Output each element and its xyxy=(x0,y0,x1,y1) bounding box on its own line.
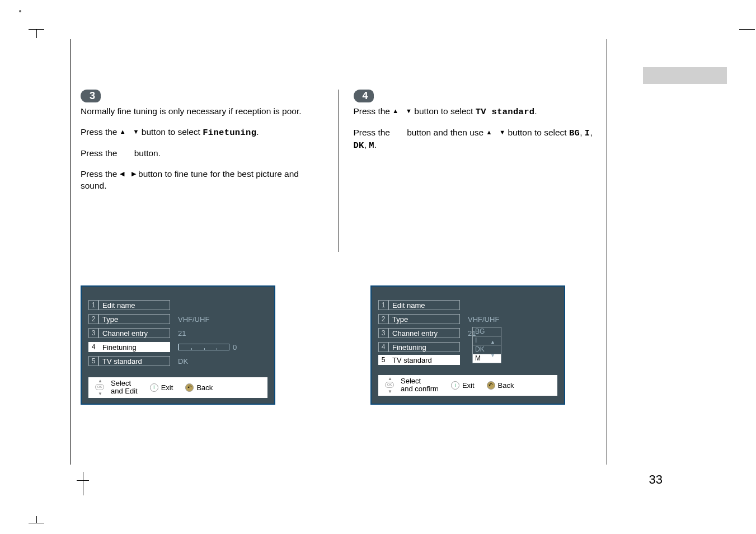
info-icon: i xyxy=(150,383,158,392)
tv-standard-options: BG I DK M xyxy=(472,327,501,363)
osd-item-edit-name: 1 Edit name xyxy=(88,299,267,311)
info-icon: i xyxy=(451,381,459,390)
step-3-text: Normally fine tuning is only necessary i… xyxy=(81,106,324,192)
osd-footer: ▲▼OK Select and Edit iExit ↶Back xyxy=(88,377,267,398)
triangle-down-icon: ▼ xyxy=(499,128,505,137)
triangle-up-icon: ▲ xyxy=(486,128,492,137)
osd-item-channel-entry: 3 Channel entry 21 xyxy=(378,327,557,339)
step-badge-4: 4 xyxy=(354,90,374,102)
nav-pad-icon: ▲▼OK xyxy=(92,380,107,395)
step-badge-3: 3 xyxy=(81,90,101,102)
osd-spacer xyxy=(304,285,341,405)
footer-select-label: Select and Edit xyxy=(111,380,138,396)
nav-pad-icon: ▲▼OK xyxy=(382,377,397,393)
triangle-up-icon: ▲ xyxy=(490,339,495,345)
gutter-mark xyxy=(83,472,83,495)
step-3-column: 3 Normally fine tuning is only necessary… xyxy=(81,90,339,252)
osd-item-tv-standard: 5 TV standard BG I DK M xyxy=(378,355,557,365)
triangle-down-icon: ▼ xyxy=(133,128,139,136)
step-4-line-2: Press the button and then use ▲ ▼ button… xyxy=(354,127,597,152)
osd-item-edit-name: 1 Edit name xyxy=(378,299,557,311)
osd-row: 1 Edit name 2 Type VHF/UHF 3 Channel ent… xyxy=(71,285,607,405)
footer-exit: iExit xyxy=(451,381,475,390)
osd-item-finetuning: 4 Finetuning 0 xyxy=(88,341,267,353)
footer-back: ↶Back xyxy=(185,383,213,392)
osd-item-tv-standard: 5 TV standard DK xyxy=(88,355,267,367)
triangle-up-icon: ▲ xyxy=(120,128,126,136)
step-3-line-3: Press the button. xyxy=(81,148,324,160)
crop-mark xyxy=(29,516,44,532)
osd-item-type: 2 Type VHF/UHF xyxy=(378,313,557,325)
footer-exit: iExit xyxy=(150,383,173,392)
osd-finetuning: 1 Edit name 2 Type VHF/UHF 3 Channel ent… xyxy=(81,285,275,405)
step-4-column: 4 Press the ▲ ▼ button to select TV stan… xyxy=(339,90,597,252)
osd-item-finetuning: 4 Finetuning xyxy=(378,341,557,353)
registration-dot xyxy=(19,10,21,12)
osd-item-type: 2 Type VHF/UHF xyxy=(88,313,267,325)
triangle-left-icon: ◀ xyxy=(120,170,124,178)
instruction-columns: 3 Normally fine tuning is only necessary… xyxy=(71,39,607,252)
step-3-line-4: Press the ◀ ▶ button to fine tune for th… xyxy=(81,168,324,192)
crop-mark xyxy=(739,22,755,38)
step-4-line-1: Press the ▲ ▼ button to select TV standa… xyxy=(354,106,597,118)
footer-select-label: Select and confirm xyxy=(401,377,439,394)
back-icon: ↶ xyxy=(487,381,495,390)
crop-mark xyxy=(29,22,44,38)
back-icon: ↶ xyxy=(185,383,194,392)
page-number: 33 xyxy=(649,472,663,487)
footer-back: ↶Back xyxy=(487,381,514,390)
option-stack: BG I DK M xyxy=(472,327,501,363)
triangle-down-icon: ▼ xyxy=(490,353,495,358)
osd-footer: ▲▼OK Select and confirm iExit ↶Back xyxy=(378,375,557,396)
step-4-text: Press the ▲ ▼ button to select TV standa… xyxy=(354,106,597,152)
triangle-right-icon: ▶ xyxy=(132,170,136,178)
step-3-line-1: Normally fine tuning is only necessary i… xyxy=(81,106,324,118)
step-3-line-2: Press the ▲ ▼ button to select Finetunin… xyxy=(81,127,324,139)
triangle-down-icon: ▼ xyxy=(406,107,412,115)
osd-menu-list: 1 Edit name 2 Type VHF/UHF 3 Channel ent… xyxy=(88,299,267,367)
osd-item-channel-entry: 3 Channel entry 21 xyxy=(88,327,267,339)
finetuning-slider: 0 xyxy=(178,343,237,352)
section-tab xyxy=(643,67,727,84)
osd-tv-standard: 1 Edit name 2 Type VHF/UHF 3 Channel ent… xyxy=(370,285,565,405)
triangle-up-icon: ▲ xyxy=(392,107,398,115)
manual-page: 3 Normally fine tuning is only necessary… xyxy=(70,39,607,465)
osd-menu-list: 1 Edit name 2 Type VHF/UHF 3 Channel ent… xyxy=(378,299,557,365)
